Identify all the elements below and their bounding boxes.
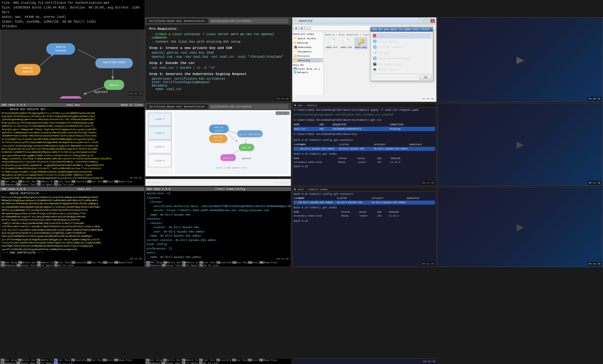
exit-cfgfinal[interactable]: ^XExit — [247, 359, 258, 361]
dialog-item-vmware[interactable]: 💻 VMware Player — [372, 67, 432, 72]
slide-thumb-1[interactable]: slide 1 — [148, 113, 171, 126]
replace-btn[interactable]: ^\Replace — [1, 183, 16, 186]
slide-next[interactable]: ► — [149, 181, 151, 184]
replace-cfgfinal[interactable]: ^\Replace — [145, 361, 160, 364]
help-btn[interactable]: ^GGet Help — [1, 180, 17, 183]
spell-btn-crt[interactable]: ^TTo Spell — [37, 264, 53, 267]
writeout-btn-cfg[interactable]: ^OWrite Out — [163, 261, 181, 264]
justify-cfgfinal[interactable]: ^JJustify — [216, 359, 231, 361]
help-btn-cfg[interactable]: ^GGet Help — [146, 261, 162, 264]
dialog-item-vlc[interactable]: 🎬 VLC media player — [372, 61, 432, 67]
exit-final[interactable]: ^XExit — [102, 359, 113, 361]
spell-cfgfinal[interactable]: ^TTo Spell — [182, 361, 198, 364]
goto-btn[interactable]: ^_Go To Line — [54, 183, 74, 186]
read-cfgfinal[interactable]: ^RRead File — [259, 359, 277, 361]
forward-btn[interactable]: ► — [299, 26, 305, 30]
writeout-btn[interactable]: ^OWrite Out — [18, 180, 36, 183]
sidebar-network[interactable]: 🌐 Network — [293, 71, 323, 74]
file-item-zeal-csr[interactable]: 📄 zeal.csr — [340, 37, 353, 49]
whereis-cfgfinal[interactable]: ^WWhere Is — [182, 359, 198, 361]
curpos-cfgfinal[interactable]: ^CCur Pos — [232, 359, 247, 361]
uncut-final[interactable]: ^UUncut Text — [16, 361, 36, 364]
read-btn-cfg[interactable]: ^RRead File — [259, 261, 277, 264]
back-btn[interactable]: ◄ — [293, 26, 299, 30]
goto-final[interactable]: ^_Go To Line — [54, 361, 73, 364]
dialog-item-ie[interactable]: 🌐 Internet Explorer — [372, 44, 432, 50]
curpos-btn-cfg[interactable]: ^CCur Pos — [232, 261, 247, 264]
cut-btn-cfg[interactable]: ^KCut Text — [199, 261, 216, 264]
spell-final[interactable]: ^TTo Spell — [36, 361, 53, 364]
justify-btn[interactable]: ^JJustify — [71, 180, 86, 183]
curpos-btn-crt[interactable]: ^CCur Pos — [87, 261, 102, 264]
goto-btn-cfg[interactable]: ^_Go To Line — [199, 264, 219, 267]
file-item-zeal-crt[interactable]: 📄 zeal.crt — [325, 37, 338, 49]
up-btn[interactable]: ↑ — [306, 26, 310, 30]
whereis-btn-cfg[interactable]: ^WWhere Is — [182, 261, 198, 264]
nano-title-config: GNU nano 2.9.8 — [147, 188, 171, 191]
slide-tab-active[interactable]: Certificate-Based User Authentication — [147, 104, 208, 109]
justify-btn-cfg[interactable]: ^JJustify — [216, 261, 231, 264]
whereis-btn-crt[interactable]: ^WWhere Is — [37, 261, 53, 264]
whereis-btn[interactable]: ^WWhere Is — [37, 180, 53, 183]
help-cfgfinal[interactable]: ^GGet Help — [145, 359, 162, 361]
slide-thumb-2[interactable]: slide 2 — [148, 126, 171, 140]
slide-browser-bar[interactable]: Certificate-Based User Authentication ce… — [145, 103, 291, 110]
slide-thumb-3[interactable]: slide 3 — [148, 140, 171, 153]
file-item-zeal-key[interactable]: 🔑 zeal.key — [354, 37, 367, 49]
goto-btn-crt[interactable]: ^_Go To Line — [54, 264, 74, 267]
uncut-btn-cfg[interactable]: ^UUncut Text — [161, 264, 181, 267]
read-final[interactable]: ^RRead File — [114, 359, 132, 361]
whereis-final[interactable]: ^WWhere Is — [36, 359, 53, 361]
exit-btn-crt[interactable]: ^XExit — [103, 261, 113, 264]
writeout-final[interactable]: ^OWrite Out — [18, 359, 36, 361]
dialog-item-notepad[interactable]: 📝 Notepad — [372, 50, 432, 56]
help-final[interactable]: ^GGet Help — [0, 359, 17, 361]
browser-toolbar[interactable]: Certificate-Based User Authentication ce… — [145, 18, 291, 24]
sidebar-documents[interactable]: 📄 Documents — [293, 49, 323, 54]
sidebar-pictures[interactable]: 🖼 Pictures — [293, 54, 323, 58]
browser-tab-active[interactable]: Certificate-Based User Authentication — [147, 19, 208, 23]
ok-button[interactable]: OK — [420, 75, 432, 79]
present-btn[interactable]: ▶ Present — [276, 181, 290, 184]
spell-btn[interactable]: ^TTo Spell — [37, 183, 53, 186]
uncut-cfgfinal[interactable]: ^UUncut Text — [161, 361, 181, 364]
help-btn-crt[interactable]: ^GGet Help — [1, 261, 17, 264]
uncut-btn-crt[interactable]: ^UUncut Text — [16, 264, 36, 267]
writeout-btn-crt[interactable]: ^OWrite Out — [18, 261, 36, 264]
replace-final[interactable]: ^\Replace — [0, 361, 15, 364]
curpos-final[interactable]: ^CCur Pos — [87, 359, 102, 361]
dialog-item-chrome[interactable]: 🌐 Google Chrome — [372, 39, 432, 44]
cut-final[interactable]: ^KCut Text — [54, 359, 70, 361]
slide-prev[interactable]: ◄ — [147, 181, 148, 184]
exit-btn[interactable]: ^XExit — [103, 180, 113, 183]
read-btn[interactable]: ^RRead File — [114, 180, 132, 183]
win-close[interactable]: ✕ — [430, 19, 435, 23]
uncut-btn[interactable]: ^UUncut Text — [16, 183, 36, 186]
win-maximize[interactable]: □ — [424, 19, 429, 23]
cut-btn-crt[interactable]: ^KCut Text — [54, 261, 71, 264]
sidebar-security[interactable]: 📁 Security — [293, 58, 323, 62]
writeout-cfgfinal[interactable]: ^OWrite Out — [163, 359, 181, 361]
goto-cfgfinal[interactable]: ^_Go To Line — [199, 361, 219, 364]
sidebar-desktop[interactable]: 🖥 Desktop — [293, 40, 323, 45]
replace-btn-cfg[interactable]: ^\Replace — [146, 264, 161, 267]
slide-thumb-4[interactable]: slide 4 — [148, 154, 171, 167]
slide-address[interactable]: certificates.k8s.io/vibeta1 — [209, 104, 288, 109]
sidebar-downloads[interactable]: 📥 Downloads — [293, 45, 323, 49]
read-btn-crt[interactable]: ^RRead File — [114, 261, 132, 264]
cut-cfgfinal[interactable]: ^KCut Text — [199, 359, 215, 361]
spell-btn-cfg[interactable]: ^TTo Spell — [182, 264, 198, 267]
dialog-item-adobe[interactable]: 📕 Adobe Acrobat Reader DC — [372, 33, 432, 39]
dialog-item-opera[interactable]: 🌐 Opera Internet Browser — [372, 56, 432, 61]
address-bar[interactable]: certificates.k8s.io/vibeta1 — [209, 19, 288, 24]
sidebar-localc[interactable]: 💾 Local Disk (C:) — [293, 67, 323, 71]
justify-final[interactable]: ^JJustify — [71, 359, 86, 361]
chrome-label: Google Chrome — [378, 40, 398, 43]
exit-btn-cfg[interactable]: ^XExit — [248, 261, 258, 264]
cut-btn[interactable]: ^KCut Text — [54, 180, 71, 183]
justify-btn-crt[interactable]: ^JJustify — [71, 261, 86, 264]
sidebar-quick-access[interactable]: 📁 Quick access — [293, 36, 323, 40]
replace-btn-crt[interactable]: ^\Replace — [1, 264, 16, 267]
win-minimize[interactable]: – — [418, 19, 423, 23]
curpos-btn[interactable]: ^CCur Pos — [87, 180, 102, 183]
